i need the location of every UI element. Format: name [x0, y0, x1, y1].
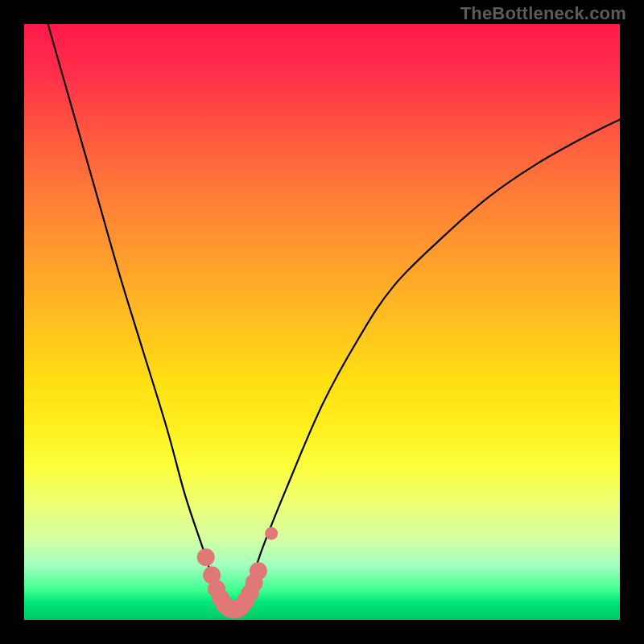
- bottleneck-curve: [48, 24, 620, 611]
- highlight-dot: [250, 562, 267, 580]
- chart-frame: TheBottleneck.com: [0, 0, 644, 644]
- plot-area: [24, 24, 620, 620]
- highlight-dot: [265, 527, 278, 540]
- watermark-text: TheBottleneck.com: [460, 5, 626, 23]
- highlight-dot: [197, 548, 215, 566]
- curve-layer: [24, 24, 620, 620]
